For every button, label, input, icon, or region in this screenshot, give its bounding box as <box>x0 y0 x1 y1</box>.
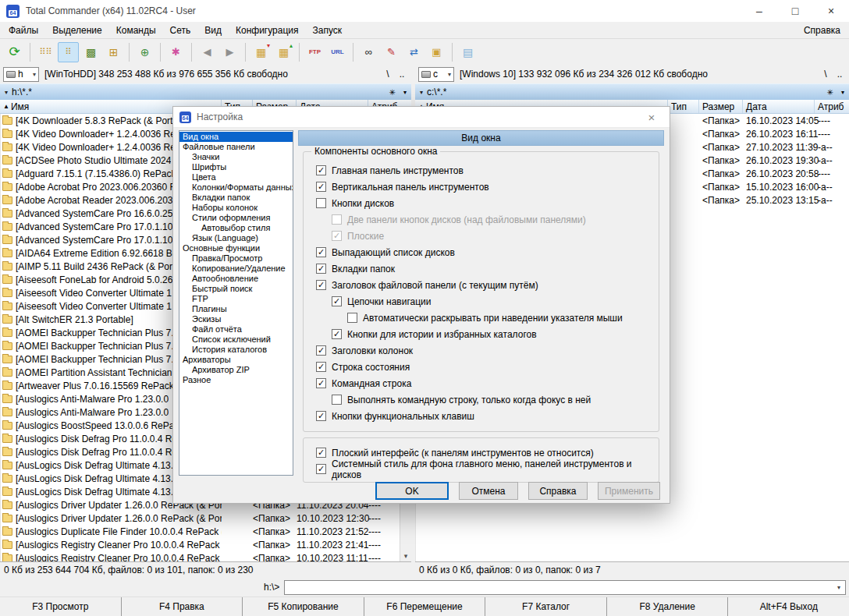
menu-item-commands[interactable]: Команды <box>109 22 163 38</box>
settings-tree-item[interactable]: Эскизы <box>179 314 293 324</box>
settings-tree-item[interactable]: История каталогов <box>179 345 293 355</box>
column-header-date[interactable]: Дата <box>743 100 815 113</box>
toolbar-brief-view-button[interactable]: ⠿⠿ <box>35 42 56 62</box>
settings-tree-item[interactable]: Основные функции <box>179 243 293 253</box>
left-root-button[interactable]: \ <box>382 67 394 81</box>
fkey-f5-copy-button[interactable]: F5 Копирование <box>242 597 364 616</box>
toolbar-notepad-button[interactable]: ▤ <box>457 42 478 62</box>
column-header-attr[interactable]: Атриб <box>815 100 849 113</box>
settings-tree-item[interactable]: Автовыбор стиля <box>179 223 293 233</box>
checkbox-column-headers[interactable]: ✓Заголовки колонок <box>316 342 659 359</box>
right-up-button[interactable]: .. <box>833 67 846 81</box>
checkbox-breadcrumbs[interactable]: ✓Цепочки навигации <box>332 293 659 310</box>
checkbox-drive-buttons[interactable]: Кнопки дисков <box>316 195 659 211</box>
checkbox-two-drive-bars[interactable]: Две панели кнопок дисков (над файловыми … <box>332 211 659 228</box>
dialog-close-button[interactable]: × <box>640 111 663 124</box>
favorites-icon[interactable]: ✳ <box>389 88 396 97</box>
toolbar-pack-button[interactable]: ▦▾ <box>250 42 272 62</box>
checkbox-status-bar[interactable]: ✓Строка состояния <box>316 359 659 375</box>
checkbox-main-toolbar[interactable]: ✓Главная панель инструментов <box>316 162 659 179</box>
toolbar-search-button[interactable]: ∞ <box>358 42 379 62</box>
settings-tree-item[interactable]: FTP <box>179 294 293 304</box>
checkbox-flat-drive-buttons[interactable]: ✓Плоские <box>332 228 659 244</box>
menu-item-net[interactable]: Сеть <box>163 22 198 38</box>
settings-tree-item[interactable]: Список исключений <box>179 335 293 345</box>
fkey-altf4-exit-button[interactable]: Alt+F4 Выход <box>727 597 849 616</box>
right-root-button[interactable]: \ <box>819 67 832 81</box>
column-header-type[interactable]: Тип <box>668 100 699 113</box>
ok-button[interactable]: OK <box>375 482 449 500</box>
checkbox-folder-tabs[interactable]: ✓Вкладки папок <box>316 260 659 277</box>
checkbox-panel-header[interactable]: ✓Заголовок файловой панели (с текущим пу… <box>316 277 659 293</box>
fkey-f4-edit-button[interactable]: F4 Правка <box>121 597 243 616</box>
command-history-icon[interactable]: ▾ <box>833 584 845 591</box>
maximize-button[interactable]: □ <box>777 0 813 22</box>
fkey-f6-move-button[interactable]: F6 Перемещение <box>364 597 485 616</box>
toolbar-clipboard-button[interactable]: ▣ <box>426 42 447 62</box>
checkbox-fkey-buttons[interactable]: ✓Кнопки функциональных клавиш <box>316 408 659 424</box>
left-up-button[interactable]: .. <box>396 67 408 81</box>
menu-item-selection[interactable]: Выделение <box>45 22 109 38</box>
path-dropdown-icon[interactable]: ▾ <box>5 89 8 96</box>
settings-tree-item[interactable]: Стили оформления <box>179 213 293 223</box>
settings-tree-item[interactable]: Правка/Просмотр <box>179 253 293 264</box>
right-drive-combo[interactable]: c ▾ <box>418 67 454 82</box>
settings-tree-item[interactable]: Шрифты <box>179 162 293 172</box>
fkey-f3-view-button[interactable]: F3 Просмотр <box>0 597 121 616</box>
minimize-button[interactable]: – <box>741 0 777 22</box>
toolbar-tree-view-button[interactable]: ⊞ <box>103 42 124 62</box>
settings-tree-item[interactable]: Архиватор ZIP <box>179 365 293 375</box>
fkey-f8-delete-button[interactable]: F8 Удаление <box>606 597 728 616</box>
menu-item-files[interactable]: Файлы <box>2 22 45 38</box>
settings-tree-item[interactable]: Вкладки папок <box>179 193 293 203</box>
toolbar-thumbnails-view-button[interactable]: ▩ <box>80 42 101 62</box>
settings-tree-item[interactable]: Плагины <box>179 304 293 314</box>
menu-item-view[interactable]: Вид <box>197 22 229 38</box>
toolbar-forward-button[interactable]: ▶ <box>219 42 240 62</box>
settings-tree-item[interactable]: Колонки/Форматы данных <box>179 182 293 193</box>
fkey-f7-mkdir-button[interactable]: F7 Каталог <box>485 597 606 616</box>
checkbox-cmd-only-focus[interactable]: Выполнять командную строку, только когда… <box>332 391 659 408</box>
settings-tree-item[interactable]: Вид окна <box>179 132 293 142</box>
left-drive-combo[interactable]: h ▾ <box>3 67 39 82</box>
toolbar-refresh-button[interactable]: ⟳ <box>4 42 25 62</box>
command-input[interactable] <box>285 582 833 593</box>
column-header-size[interactable]: Размер <box>699 100 743 113</box>
checkbox-drive-dropdown[interactable]: ✓Выпадающий список дисков <box>316 244 659 260</box>
checkbox-vertical-toolbar[interactable]: ✓Вертикальная панель инструментов <box>316 179 659 195</box>
menu-item-configuration[interactable]: Конфигурация <box>229 22 306 38</box>
file-row[interactable]: [Auslogics Duplicate File Finder 10.0.0.… <box>1 525 400 538</box>
settings-tree-item[interactable]: Цвета <box>179 172 293 182</box>
help-button[interactable]: Справка <box>528 482 588 500</box>
file-row[interactable]: [Auslogics Registry Cleaner Pro 10.0.0.4… <box>1 551 400 561</box>
settings-tree-item[interactable]: Разное <box>179 375 293 385</box>
toolbar-ftp-url-button[interactable]: URL <box>327 42 348 62</box>
settings-tree-item[interactable]: Файловые панели <box>179 142 293 152</box>
menu-item-help[interactable]: Справка <box>797 22 847 38</box>
toolbar-sync-dirs-button[interactable]: ⇄ <box>403 42 424 62</box>
path-dropdown-icon[interactable]: ▾ <box>420 89 423 96</box>
history-dropdown-icon[interactable]: ▾ <box>403 89 407 96</box>
toolbar-full-view-button[interactable]: ⠿ <box>58 42 79 62</box>
settings-tree-item[interactable]: Быстрый поиск <box>179 284 293 294</box>
toolbar-back-button[interactable]: ◀ <box>197 42 218 62</box>
settings-tree-item[interactable]: Файл отчёта <box>179 324 293 335</box>
menu-item-start[interactable]: Запуск <box>306 22 350 38</box>
toolbar-new-tree-button[interactable]: ⊕ <box>134 42 155 62</box>
cancel-button[interactable]: Отмена <box>459 482 518 500</box>
checkbox-history-buttons[interactable]: ✓Кнопки для истории и избранных каталого… <box>332 326 659 342</box>
settings-tree-item[interactable]: Язык (Language) <box>179 233 293 243</box>
history-dropdown-icon[interactable]: ▾ <box>841 89 844 96</box>
toolbar-unpack-button[interactable]: ▦▴ <box>273 42 294 62</box>
checkbox-system-style[interactable]: ✓Системный стиль для фона главного меню,… <box>316 461 659 477</box>
toolbar-multi-rename-button[interactable]: ✎ <box>381 42 402 62</box>
favorites-icon[interactable]: ✳ <box>827 88 833 97</box>
file-row[interactable]: [Auslogics Driver Updater 1.26.0.0 RePac… <box>1 512 400 525</box>
file-row[interactable]: [Auslogics Registry Cleaner Pro 10.0.0.4… <box>1 538 400 551</box>
settings-tree-item[interactable]: Копирование/Удаление <box>179 264 293 274</box>
checkbox-command-line[interactable]: ✓Командная строка <box>316 375 659 391</box>
close-button[interactable]: × <box>813 0 849 22</box>
checkbox-auto-expand[interactable]: Автоматически раскрывать при наведении у… <box>347 310 659 326</box>
settings-tree-item[interactable]: Наборы колонок <box>179 203 293 213</box>
scroll-down-icon[interactable]: ▾ <box>400 550 411 561</box>
